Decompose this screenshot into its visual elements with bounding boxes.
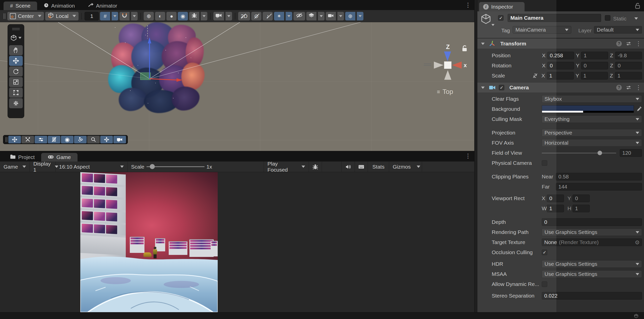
object-picker-icon[interactable]: ⊙ [635, 239, 639, 245]
snap-magnet-dropdown[interactable] [131, 12, 138, 20]
overlay-search-button[interactable] [87, 136, 100, 143]
component-kebab-icon[interactable]: ⋮ [635, 84, 641, 91]
vsync-keyboard-button[interactable] [355, 162, 368, 172]
viewport-y-field[interactable]: 0 [573, 195, 590, 202]
rotation-y-field[interactable]: 0 [581, 62, 608, 69]
aspect-dropdown[interactable]: 16:10 Aspect [56, 162, 128, 172]
position-z-field[interactable]: -9.8 [615, 52, 642, 59]
overlay-sphere-button[interactable]: ◉ [61, 136, 73, 143]
status-cube-icon[interactable] [634, 314, 638, 318]
scene-effects-dropdown[interactable] [286, 12, 292, 20]
gizmos-dropdown[interactable] [357, 12, 363, 20]
occlusion-culling-checkbox[interactable]: ✓ [542, 250, 547, 255]
tools-drag-handle[interactable] [12, 28, 20, 30]
clear-flags-dropdown[interactable]: Skybox [542, 95, 642, 103]
gizmo-left-cone[interactable] [434, 62, 443, 69]
scene-2d-toggle[interactable]: 2D [238, 12, 250, 20]
frame-debugger-button[interactable] [309, 162, 322, 172]
active-checkbox[interactable]: ✓ [498, 15, 504, 21]
rotation-z-field[interactable]: 0 [615, 62, 642, 69]
fov-axis-dropdown[interactable]: Horizontal [542, 139, 642, 147]
hidden-objects-toggle[interactable] [293, 12, 305, 20]
inspector-lock-icon[interactable] [635, 3, 640, 9]
grid-size-field[interactable]: 1 [85, 12, 99, 20]
viewport-h-field[interactable]: 1 [573, 205, 590, 212]
rendering-path-dropdown[interactable]: Use Graphics Settings [542, 228, 642, 236]
culling-mask-dropdown[interactable]: Everything [542, 115, 642, 123]
overlay-move-button[interactable] [8, 136, 21, 143]
shading-shaded-wire-button[interactable]: ◐ [155, 12, 165, 20]
position-x-field[interactable]: 0.258 [547, 52, 574, 59]
gizmo-center-cube[interactable] [444, 61, 452, 69]
layers-visibility-dropdown[interactable] [318, 12, 325, 20]
stereo-separation-field[interactable]: 0.022 [542, 292, 642, 300]
scale-x-field[interactable]: 1 [547, 72, 574, 79]
camera-header[interactable]: ✓ Camera ? ⋮ [477, 82, 644, 93]
overlay-camera-button[interactable] [113, 136, 126, 143]
scene-camera-button[interactable] [213, 12, 224, 20]
rect-tool-button[interactable] [9, 88, 23, 98]
fov-slider[interactable] [542, 153, 616, 153]
overlay-drag-handle[interactable] [5, 137, 8, 142]
physical-camera-checkbox[interactable] [542, 160, 547, 166]
hand-tool-button[interactable] [9, 45, 23, 55]
fov-value-field[interactable]: 120 [620, 149, 642, 157]
scene-effects-toggle[interactable]: ✶ [274, 12, 284, 20]
tab-inspector[interactable]: i Inspector [479, 2, 525, 11]
fold-arrow-icon[interactable] [481, 87, 485, 89]
snap-magnet-toggle[interactable] [119, 12, 130, 20]
toolbar-drag-handle[interactable] [3, 13, 6, 19]
tool-context-dropdown[interactable] [8, 33, 24, 45]
overlay-grid-button[interactable] [48, 136, 60, 143]
gizmo-z-cone[interactable] [444, 51, 451, 61]
debug-draw-dropdown[interactable] [201, 12, 207, 20]
scale-y-field[interactable]: 1 [581, 72, 608, 79]
target-texture-field[interactable]: None (Render Texture) ⊙ [542, 238, 642, 246]
far-field[interactable]: 144 [556, 183, 642, 191]
move-tool-button[interactable] [9, 56, 23, 66]
rotation-x-field[interactable]: 0 [547, 62, 574, 69]
game-view-dropdown[interactable]: Game [0, 162, 30, 172]
msaa-dropdown[interactable]: Use Graphics Settings [542, 270, 642, 278]
viewport-w-field[interactable]: 1 [547, 205, 564, 212]
gizmo-x-cone[interactable] [452, 62, 462, 69]
gizmos-toggle[interactable]: ⊕ [345, 12, 355, 20]
static-checkbox[interactable] [605, 15, 610, 21]
scene-viewport[interactable]: ◉ Z x ≡ Top [0, 22, 474, 151]
background-color-swatch[interactable] [542, 105, 634, 113]
presets-icon[interactable] [626, 41, 631, 46]
scale-slider[interactable] [146, 166, 205, 167]
transform-tool-button[interactable] [9, 98, 23, 108]
depth-field[interactable]: 0 [542, 218, 642, 226]
scale-slider-handle[interactable] [150, 164, 155, 169]
transform-header[interactable]: Transform ? ⋮ [477, 38, 644, 49]
hdr-dropdown[interactable]: Use Graphics Settings [542, 260, 642, 268]
orientation-local-dropdown[interactable]: Local [45, 12, 79, 20]
display-dropdown[interactable]: Display 1 [30, 162, 56, 172]
gameobject-icon-dropdown[interactable] [491, 24, 494, 26]
gizmo-view-mode[interactable]: ≡ Top [437, 88, 453, 96]
help-icon[interactable]: ? [616, 85, 622, 90]
position-y-field[interactable]: 1 [581, 52, 608, 59]
tab-animation[interactable]: Animation [37, 2, 81, 10]
tab-scene[interactable]: # Scene [4, 2, 37, 10]
eyedropper-icon[interactable] [636, 106, 642, 112]
rotate-tool-button[interactable] [9, 66, 23, 76]
static-dropdown[interactable] [634, 17, 638, 20]
shading-lit-button[interactable]: ◉ [178, 12, 188, 20]
debug-draw-button[interactable] [189, 12, 199, 20]
scale-tool-button[interactable] [9, 77, 23, 87]
scale-z-field[interactable]: 1 [615, 72, 642, 79]
gizmo-bottom-cone[interactable] [444, 70, 451, 80]
layers-visibility-button[interactable] [306, 12, 316, 20]
scene-lighting-toggle[interactable]: ⊘ [251, 12, 261, 20]
stats-button[interactable]: Stats [368, 162, 389, 172]
tag-dropdown[interactable]: MainCamera [513, 26, 571, 34]
scene-kebab-menu-icon[interactable]: ⋮ [465, 2, 471, 9]
layer-dropdown[interactable]: Default [594, 26, 642, 34]
game-gizmos-dropdown[interactable]: Gizmos [389, 162, 422, 172]
overlay-particles-button[interactable] [74, 136, 87, 143]
gizmo-x-axis[interactable] [150, 79, 177, 80]
component-kebab-icon[interactable]: ⋮ [635, 40, 641, 47]
camera-view-button[interactable] [326, 12, 336, 20]
